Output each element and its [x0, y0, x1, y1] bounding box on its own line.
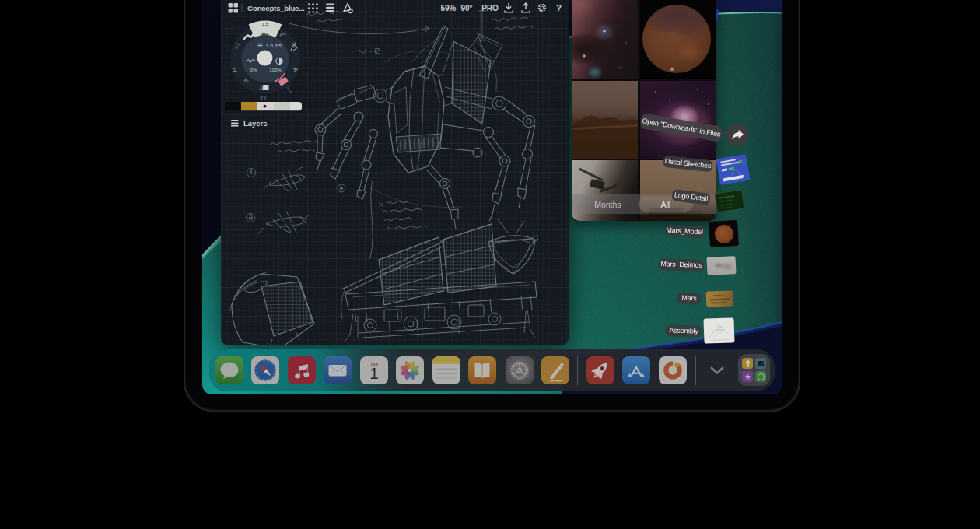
svg-text:90°: 90°: [460, 4, 472, 12]
svg-text:14.5: 14.5: [285, 85, 293, 94]
svg-text:Concepts_blue...: Concepts_blue...: [247, 4, 305, 12]
svg-text:100%: 100%: [269, 68, 282, 73]
svg-text:1: 1: [369, 364, 379, 382]
svg-text:?: ?: [556, 4, 562, 13]
svg-text:59%: 59%: [440, 4, 456, 12]
svg-text:Layers: Layers: [243, 119, 268, 128]
svg-text:0%: 0%: [250, 68, 257, 73]
svg-text:1.5: 1.5: [262, 23, 268, 27]
svg-text:6.8: 6.8: [260, 96, 266, 101]
svg-text:1.6 pts: 1.6 pts: [265, 43, 282, 49]
